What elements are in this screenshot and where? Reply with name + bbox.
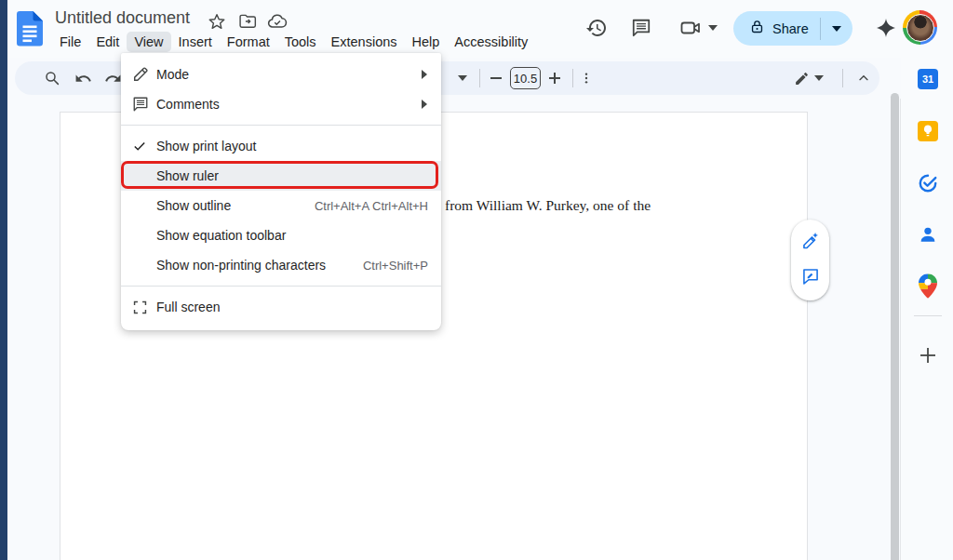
toolbar-separator [572,69,573,87]
menu-item-label: Comments [156,97,220,112]
avatar-photo [906,14,934,42]
menu-item-show-non-printing-characters[interactable]: Show non-printing characters Ctrl+Shift+… [121,250,441,280]
search-icon[interactable] [44,70,60,87]
move-folder-icon[interactable] [236,10,259,33]
menu-item-label: Mode [156,67,189,82]
tasks-icon[interactable] [918,173,938,193]
menu-divider [121,286,441,287]
floating-action-pill [791,220,829,300]
menubar-item-format[interactable]: Format [220,32,277,52]
docs-logo-icon[interactable] [17,11,43,47]
view-menu: Mode Comments Show print layout Show rul… [121,53,441,330]
document-text: from William W. Purkey, one of the [445,197,651,214]
maps-icon[interactable] [918,273,938,299]
menubar-item-edit[interactable]: Edit [88,32,127,52]
toolbar-separator [842,69,843,87]
menu-shortcut: Ctrl+Shift+P [363,259,428,273]
submenu-arrow-icon [421,70,428,79]
help-me-write-icon[interactable] [800,231,821,255]
share-button[interactable]: Share [733,11,852,46]
font-size-input[interactable]: 10.5 [510,67,541,89]
menubar-item-help[interactable]: Help [405,32,448,52]
window-edge-strip [0,0,7,560]
menu-item-full-screen[interactable]: Full screen [121,292,441,322]
meet-caret-icon[interactable] [707,24,718,32]
google-docs-window: Untitled document File Edit View Insert … [0,0,953,560]
menu-shortcut: Ctrl+Alt+A Ctrl+Alt+H [315,199,428,213]
redo-icon[interactable] [104,70,122,87]
menu-item-mode[interactable]: Mode [121,60,441,89]
calendar-icon[interactable]: 31 [918,69,938,89]
avatar[interactable] [903,10,937,45]
menubar-item-view[interactable]: View [127,32,170,52]
undo-icon[interactable] [74,70,92,87]
menu-item-label: Show print layout [156,139,256,153]
menu-item-show-ruler[interactable]: Show ruler [121,161,441,191]
menubar-item-file[interactable]: File [52,32,88,52]
side-panel-divider-line [914,315,942,316]
menubar-item-insert[interactable]: Insert [171,32,220,52]
menubar-item-extensions[interactable]: Extensions [324,32,405,52]
star-icon[interactable] [206,10,228,33]
pencil-icon [121,66,156,83]
menu-item-comments[interactable]: Comments [121,89,441,119]
comments-icon[interactable] [630,17,651,39]
submenu-arrow-icon [421,100,428,109]
document-title[interactable]: Untitled document [55,8,190,28]
menu-item-show-outline[interactable]: Show outline Ctrl+Alt+A Ctrl+Alt+H [121,191,441,220]
menu-item-label: Show outline [156,198,231,213]
menubar: File Edit View Insert Format Tools Exten… [52,31,535,53]
increase-font-size-icon[interactable] [547,70,562,87]
toolbar-separator [479,69,480,87]
menu-item-label: Show equation toolbar [156,228,286,243]
menu-divider [121,125,441,126]
editing-caret-icon[interactable] [813,74,825,82]
contacts-icon[interactable] [918,224,938,245]
fullscreen-icon [121,300,156,315]
checkmark-icon [121,139,156,153]
menu-item-label: Show non-printing characters [156,258,326,273]
share-main[interactable]: Share [733,18,820,39]
menu-item-label: Show ruler [156,168,219,183]
scrollbar-thumb[interactable] [891,93,899,560]
share-label: Share [772,21,809,36]
menubar-item-accessibility[interactable]: Accessibility [447,32,535,52]
add-comment-icon[interactable] [801,267,820,289]
add-addon-icon[interactable] [917,344,939,367]
menu-item-show-equation-toolbar[interactable]: Show equation toolbar [121,220,441,250]
version-history-icon[interactable] [585,16,608,40]
menu-item-label: Full screen [156,300,220,314]
keep-icon[interactable] [918,121,938,141]
menubar-item-tools[interactable]: Tools [277,32,324,52]
font-caret-icon[interactable] [457,74,468,82]
decrease-font-size-icon[interactable] [489,70,503,87]
lock-icon [749,18,765,39]
share-caret-button[interactable] [821,26,852,32]
meet-video-icon[interactable] [679,17,702,39]
gemini-sparkle-icon[interactable] [874,16,897,40]
side-panel-divider [900,99,901,560]
cloud-saved-icon[interactable] [266,10,289,33]
editing-mode-icon[interactable] [793,70,810,87]
toolbar-overflow-icon[interactable] [579,70,594,87]
comment-icon [121,96,156,113]
menu-item-show-print-layout[interactable]: Show print layout [121,131,441,161]
collapse-toolbar-icon[interactable] [855,70,872,87]
